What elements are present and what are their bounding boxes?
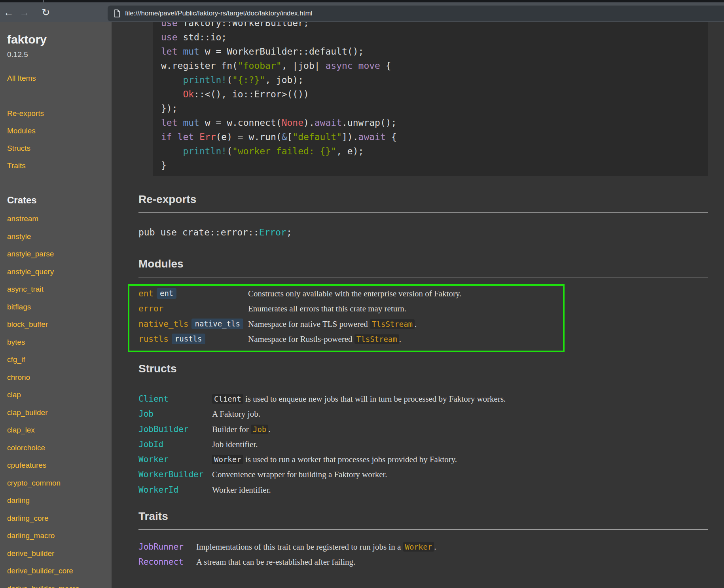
sidebar-item-cpufeatures[interactable]: cpufeatures [7,461,46,469]
item-description: Job identifier. [212,437,692,452]
sidebar-item-re-exports[interactable]: Re-exports [7,109,44,118]
sidebar-item-traits[interactable]: Traits [7,161,26,170]
structs-heading: Structs [138,362,708,382]
item-name: native_tlsnative_tls [138,317,248,332]
sidebar-item-anstyle_query[interactable]: anstyle_query [7,267,54,276]
modules-heading: Modules [138,257,708,277]
item-link-jobrunner[interactable]: JobRunner [138,542,184,552]
sidebar-item-crypto_common[interactable]: crypto_common [7,479,61,487]
sidebar-item-clap_builder[interactable]: clap_builder [7,408,47,417]
main-content: use faktory::WorkerBuilder;use std::io;l… [112,22,724,588]
item-name: WorkerId [138,483,212,498]
item-description: Worker is used to run a worker that proc… [212,452,692,467]
reexports-heading: Re-exports [138,193,708,213]
code-line: if let Err(e) = w.run(&["default"]).awai… [161,130,700,144]
page-file-icon [114,9,120,17]
sidebar-item-anstream[interactable]: anstream [7,214,38,223]
item-name: entent [138,286,248,302]
feature-badge: native_tls [191,319,243,329]
sidebar-item-darling_core[interactable]: darling_core [7,514,49,522]
item-name: Client [138,392,212,407]
sidebar-item-derive_builder_core[interactable]: derive_builder_core [7,567,73,575]
sidebar-item-bytes[interactable]: bytes [7,338,25,346]
page: ← → ↻ file:///home/pavel/Public/faktory-… [0,0,724,588]
item-link-workerbuilder[interactable]: WorkerBuilder [138,470,203,479]
code-example: use faktory::WorkerBuilder;use std::io;l… [153,22,708,173]
sidebar-item-clap[interactable]: clap [7,391,21,399]
item-link-client[interactable]: Client [138,394,169,404]
item-name: rustlsrustls [138,332,248,347]
inline-code: Worker [212,455,243,464]
sidebar-item-colorchoice[interactable]: colorchoice [7,444,45,452]
code-line: }); [161,101,700,116]
inline-code-link[interactable]: TlsStream [370,319,415,329]
sidebar-item-darling_macro[interactable]: darling_macro [7,531,55,540]
sidebar-item-chrono[interactable]: chrono [7,373,30,381]
sidebar-item-async_trait[interactable]: async_trait [7,285,44,293]
item-link-worker[interactable]: Worker [138,455,169,464]
sidebar-item-darling[interactable]: darling [7,496,30,505]
item-description: Namespace for native TLS powered TlsStre… [248,317,692,332]
code-line: use std::io; [161,30,700,44]
item-description: A Faktory job. [212,407,692,422]
item-name: JobId [138,437,212,452]
code-line: println!("worker failed: {}", e); [161,144,700,158]
item-name: Job [138,407,212,422]
item-name: WorkerBuilder [138,467,212,482]
item-link-rustls[interactable]: rustls [138,334,169,344]
code-line: let mut w = w.connect(None).await.unwrap… [161,116,700,130]
sidebar-item-block_buffer[interactable]: block_buffer [7,320,48,328]
item-link-native_tls[interactable]: native_tls [138,319,188,329]
inline-code: Client [212,394,243,404]
inline-code-link[interactable]: Worker [403,542,434,552]
inline-code-link[interactable]: Job [251,425,268,434]
sidebar-item-clap_lex[interactable]: clap_lex [7,426,35,434]
item-name: JobRunner [138,540,196,555]
item-description: Enumerates all errors that this crate ma… [248,302,692,317]
feature-badge: rustls [172,334,205,344]
item-link-jobbuilder[interactable]: JobBuilder [138,425,188,434]
item-description: Implementations of this trait can be reg… [196,540,692,555]
sidebar-item-bitflags[interactable]: bitflags [7,303,31,311]
traits-table: JobRunnerImplementations of this trait c… [138,540,692,570]
inline-code-link[interactable]: TlsStream [354,334,399,344]
code-line: } [161,158,700,173]
back-button[interactable]: ← [2,5,16,19]
address-bar[interactable]: file:///home/pavel/Public/faktory-rs/tar… [108,6,724,21]
forward-button[interactable]: → [17,5,32,19]
sidebar-item-modules[interactable]: Modules [7,127,36,135]
sidebar-crate-name[interactable]: faktory [7,32,105,47]
sidebar-item-anstyle[interactable]: anstyle [7,232,31,241]
item-link-jobid[interactable]: JobId [138,440,163,449]
item-link-ent[interactable]: ent [138,289,154,298]
browser-toolbar: ← → ↻ file:///home/pavel/Public/faktory-… [0,2,724,22]
item-link-workerid[interactable]: WorkerId [138,485,178,495]
item-description: Namespace for Rustls-powered TlsStream. [248,332,692,347]
sidebar-crates-heading: Crates [7,193,105,207]
sidebar-section-links: Re-exportsModulesStructsTraits [7,105,105,175]
modules-table: ententConstructs only available with the… [138,286,692,347]
sidebar: faktory 0.12.5 All Items Re-exportsModul… [0,22,112,588]
item-description: Constructs only available with the enter… [248,286,692,302]
traits-heading: Traits [138,510,708,530]
item-description: Worker identifier. [212,483,692,498]
code-example-block: use faktory::WorkerBuilder;use std::io;l… [153,22,708,176]
item-link-error[interactable]: error [138,304,163,313]
sidebar-item-derive_builder_macro[interactable]: derive_builder_macro [7,584,80,588]
structs-table: ClientClient is used to enqueue new jobs… [138,392,692,498]
reload-button[interactable]: ↻ [39,5,53,19]
feature-badge: ent [157,288,176,299]
item-name: JobBuilder [138,422,212,437]
sidebar-item-structs[interactable]: Structs [7,144,30,152]
sidebar-all-items-link[interactable]: All Items [7,74,36,82]
item-link-reconnect[interactable]: Reconnect [138,557,184,567]
sidebar-item-cfg_if[interactable]: cfg_if [7,355,25,364]
sidebar-item-derive_builder[interactable]: derive_builder [7,549,54,558]
item-name: Reconnect [138,555,196,570]
sidebar-item-anstyle_parse[interactable]: anstyle_parse [7,250,54,258]
reexport-item: pub use crate::error::Error; [138,226,292,238]
item-description: Client is used to enqueue new jobs that … [212,392,692,407]
item-name: error [138,302,248,317]
code-line: let mut w = WorkerBuilder::default(); [161,44,700,59]
item-link-job[interactable]: Job [138,409,154,419]
